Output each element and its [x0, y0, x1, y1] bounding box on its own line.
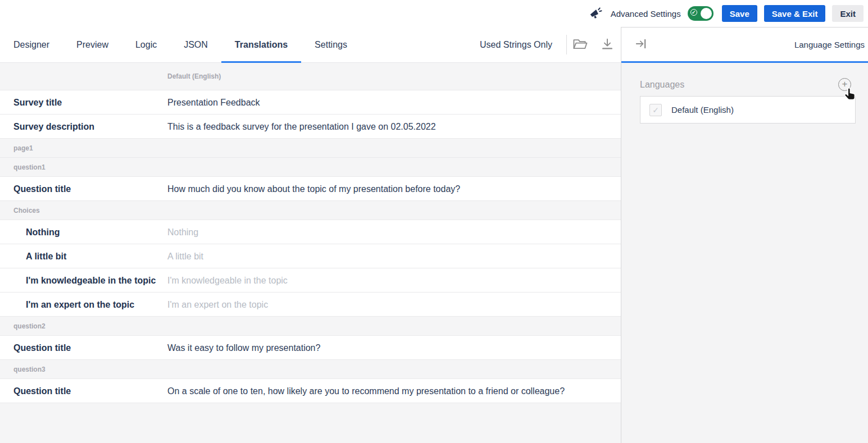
- open-folder-icon: [572, 37, 589, 52]
- export-button[interactable]: [594, 27, 621, 62]
- tab-designer[interactable]: Designer: [0, 27, 63, 62]
- section-label: question1: [13, 163, 46, 171]
- panel-content: Languages + ✓ Default (English): [621, 63, 868, 124]
- save-and-exit-button[interactable]: Save & Exit: [764, 5, 826, 22]
- table-row: Survey description This is a feedback su…: [0, 115, 621, 139]
- used-strings-only-button[interactable]: Used Strings Only: [480, 27, 566, 62]
- translations-pane: Designer Preview Logic JSON Translations…: [0, 27, 621, 443]
- string-label: Survey title: [0, 90, 167, 114]
- table-row: Question title Was it easy to follow my …: [0, 336, 621, 360]
- table-header-row: Default (English): [0, 63, 621, 90]
- string-value-editor[interactable]: I'm an expert on the topic: [167, 293, 621, 316]
- section-row: question2: [0, 317, 621, 336]
- table-row: A little bit A little bit: [0, 244, 621, 268]
- section-label: Choices: [13, 207, 40, 214]
- string-label: Question title: [0, 379, 167, 403]
- language-checkbox[interactable]: ✓: [649, 104, 662, 116]
- tab-translations[interactable]: Translations: [221, 27, 301, 62]
- panel-header: Language Settings: [621, 27, 868, 63]
- survey-creator-window: Advanced Settings ✓ Save Save & Exit Exi…: [0, 0, 868, 443]
- top-toolbar: Advanced Settings ✓ Save Save & Exit Exi…: [0, 0, 868, 27]
- add-language-button[interactable]: +: [838, 78, 851, 91]
- string-label: Survey description: [0, 115, 167, 138]
- string-label: Question title: [0, 177, 167, 200]
- panel-title: Language Settings: [794, 40, 865, 49]
- string-value-editor[interactable]: How much did you know about the topic of…: [167, 177, 621, 200]
- section-label: page1: [13, 144, 33, 152]
- import-button[interactable]: [567, 27, 594, 62]
- check-icon: ✓: [652, 106, 659, 115]
- collapse-panel-button[interactable]: [633, 38, 649, 52]
- string-label: Nothing: [0, 220, 167, 244]
- section-label: question3: [13, 366, 46, 373]
- table-row: Nothing Nothing: [0, 220, 621, 244]
- language-item-label: Default (English): [671, 105, 734, 115]
- string-label: A little bit: [0, 244, 167, 268]
- exit-button[interactable]: Exit: [832, 5, 864, 22]
- language-settings-panel: Language Settings Languages + ✓ Default …: [621, 27, 868, 443]
- string-value-editor[interactable]: I'm knowledgeable in the topic: [167, 268, 621, 292]
- tab-logic[interactable]: Logic: [122, 27, 170, 62]
- string-value-editor[interactable]: A little bit: [167, 244, 621, 268]
- table-row: Question title On a scale of one to ten,…: [0, 379, 621, 403]
- collapse-panel-icon: [635, 38, 647, 52]
- toggle-check-icon: ✓: [690, 9, 697, 16]
- languages-header-row: Languages +: [640, 78, 856, 91]
- string-value-editor[interactable]: Nothing: [167, 220, 621, 244]
- download-icon: [601, 37, 614, 52]
- string-value-editor[interactable]: This is a feedback survey for the presen…: [167, 115, 621, 138]
- table-row: I'm an expert on the topic I'm an expert…: [0, 293, 621, 317]
- string-label: Question title: [0, 336, 167, 359]
- tab-bar: Designer Preview Logic JSON Translations…: [0, 27, 621, 63]
- string-value-editor[interactable]: Presentation Feedback: [167, 90, 621, 114]
- section-label: question2: [13, 322, 46, 330]
- megaphone-icon: [588, 6, 603, 21]
- locale-column-header: Default (English): [167, 72, 221, 80]
- advanced-settings-toggle[interactable]: ✓: [688, 6, 714, 21]
- tab-json[interactable]: JSON: [170, 27, 221, 62]
- table-empty-area: [0, 403, 621, 443]
- table-row: Question title How much did you know abo…: [0, 177, 621, 201]
- string-label: I'm an expert on the topic: [0, 293, 167, 316]
- section-row: page1: [0, 139, 621, 158]
- main-area: Designer Preview Logic JSON Translations…: [0, 27, 868, 443]
- string-label: I'm knowledgeable in the topic: [0, 268, 167, 292]
- language-list: ✓ Default (English): [640, 96, 856, 124]
- save-button[interactable]: Save: [722, 5, 757, 22]
- section-row: Choices: [0, 201, 621, 220]
- toggle-knob: [701, 8, 712, 19]
- translation-table: Default (English) Survey title Presentat…: [0, 63, 621, 443]
- advanced-settings-label: Advanced Settings: [611, 9, 681, 19]
- string-value-editor[interactable]: On a scale of one to ten, how likely are…: [167, 379, 621, 403]
- table-row: I'm knowledgeable in the topic I'm knowl…: [0, 268, 621, 293]
- section-row: question1: [0, 158, 621, 177]
- string-value-editor[interactable]: Was it easy to follow my presentation?: [167, 336, 621, 359]
- tab-preview[interactable]: Preview: [63, 27, 122, 62]
- plus-icon: +: [842, 79, 848, 89]
- languages-label: Languages: [640, 80, 684, 90]
- tab-settings[interactable]: Settings: [301, 27, 361, 62]
- section-row: question3: [0, 360, 621, 379]
- table-row: Survey title Presentation Feedback: [0, 90, 621, 115]
